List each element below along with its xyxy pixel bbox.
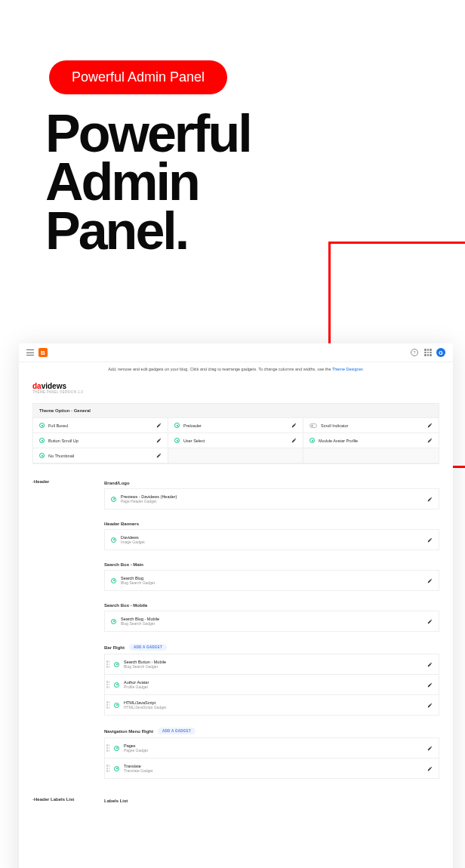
opt-full-boxed[interactable]: Full Boxed <box>33 418 168 433</box>
edit-icon[interactable] <box>291 438 297 443</box>
opt-module-avatar[interactable]: Module Avatar Profile <box>303 433 439 448</box>
eye-icon <box>39 453 45 458</box>
eye-icon <box>114 682 119 688</box>
eye-icon <box>114 766 119 771</box>
eye-icon <box>309 438 315 443</box>
eye-icon <box>111 537 116 543</box>
blogger-logo-icon[interactable]: B <box>38 348 48 357</box>
theme-options-grid: Full Boxed Preloader Scroll Indicator Bu… <box>32 418 439 464</box>
gadget-html-js[interactable]: HTML/JavaScriptHTML/JavaScript Gadget <box>104 694 439 716</box>
edit-icon[interactable] <box>427 746 433 751</box>
theme-designer-link[interactable]: Theme Designer <box>332 367 362 371</box>
edit-icon[interactable] <box>291 423 297 428</box>
section-header-label: -Header <box>32 476 104 786</box>
gadget-pages[interactable]: PagesPages Gadget <box>104 737 439 758</box>
empty-cell <box>303 448 439 463</box>
block-bar-right-title: Bar Right <box>104 645 125 650</box>
gadget-search-button-mobile[interactable]: Search Button - MobileBlog Search Gadget <box>104 654 439 674</box>
eye-icon <box>174 438 180 443</box>
eye-icon <box>39 423 45 428</box>
gadget-search-mobile[interactable]: Search Blog - MobileBlog Search Gadget <box>104 611 439 632</box>
section-header-labels: -Header Labels List <box>32 794 104 806</box>
drag-handle-icon[interactable] <box>106 681 109 688</box>
opt-no-thumbnail[interactable]: No Thumbnail <box>33 448 168 463</box>
eye-icon <box>114 703 119 708</box>
opt-scroll-indicator[interactable]: Scroll Indicator <box>303 418 439 433</box>
edit-icon[interactable] <box>427 438 433 443</box>
layout-instructions: Add, remove and edit gadgets on your blo… <box>19 362 453 376</box>
drag-handle-icon[interactable] <box>106 765 109 772</box>
edit-icon[interactable] <box>427 703 433 708</box>
drag-handle-icon[interactable] <box>106 744 109 752</box>
eye-icon <box>111 497 116 502</box>
admin-panel-screenshot: B ? G Add, remove and edit gadgets on yo… <box>19 343 453 868</box>
empty-cell <box>168 448 303 463</box>
add-gadget-button[interactable]: ADD A GADGET <box>129 644 167 651</box>
drag-handle-icon[interactable] <box>106 701 109 709</box>
apps-grid-icon[interactable] <box>424 349 432 356</box>
eye-icon <box>111 578 116 583</box>
edit-icon[interactable] <box>156 453 162 458</box>
edit-icon[interactable] <box>427 766 433 771</box>
eye-icon <box>111 619 116 624</box>
opt-user-select[interactable]: User Select <box>168 433 303 448</box>
edit-icon[interactable] <box>427 682 433 688</box>
block-search-main-title: Search Box - Main <box>104 558 439 570</box>
block-labels-list-title: Labels List <box>104 794 439 806</box>
drag-handle-icon[interactable] <box>106 660 109 668</box>
panel-brand: davidews <box>32 382 439 390</box>
edit-icon[interactable] <box>427 619 433 624</box>
help-icon[interactable]: ? <box>411 349 418 356</box>
hamburger-icon[interactable] <box>26 349 34 356</box>
block-nav-right-title: Navigation Menu Right <box>104 729 153 734</box>
section-theme-general: Theme Option - General <box>32 403 439 418</box>
edit-icon[interactable] <box>427 662 433 667</box>
opt-preloader[interactable]: Preloader <box>168 418 303 433</box>
block-search-mobile-title: Search Box - Mobile <box>104 599 439 611</box>
badge-pill: Powerful Admin Panel <box>49 60 227 94</box>
gadget-header-banner[interactable]: DavidewsImage Gadget <box>104 529 439 550</box>
edit-icon[interactable] <box>427 497 433 502</box>
block-brand-logo-title: Brand/Logo <box>104 476 439 488</box>
gadget-brand-logo[interactable]: Previews - Davidews (Header)Page Header … <box>104 488 439 509</box>
edit-icon[interactable] <box>156 423 162 428</box>
add-gadget-button[interactable]: ADD A GADGET <box>158 728 196 734</box>
gadget-search-main[interactable]: Search BlogBlog Search Gadget <box>104 570 439 591</box>
topbar: B ? G <box>19 343 453 362</box>
gadget-translate[interactable]: TranslateTranslate Gadget <box>104 758 439 779</box>
account-avatar-icon[interactable]: G <box>436 348 445 357</box>
eye-icon <box>174 423 180 428</box>
edit-icon[interactable] <box>156 438 162 443</box>
opt-button-scroll-up[interactable]: Button Scroll Up <box>33 433 168 448</box>
edit-icon[interactable] <box>427 423 433 428</box>
edit-icon[interactable] <box>427 578 433 583</box>
gadget-author-avatar[interactable]: Author AvatarProfile Gadget <box>104 674 439 694</box>
eye-icon <box>114 746 119 751</box>
block-header-banners-title: Header Banners <box>104 517 439 529</box>
edit-icon[interactable] <box>427 537 433 543</box>
hero-title: PowerfulAdminPanel. <box>45 109 251 255</box>
eye-icon <box>114 662 119 667</box>
toggle-icon <box>309 423 317 428</box>
eye-icon <box>39 438 45 443</box>
panel-brand-sub: THEME PANEL VERSION 1.0 <box>32 390 439 394</box>
